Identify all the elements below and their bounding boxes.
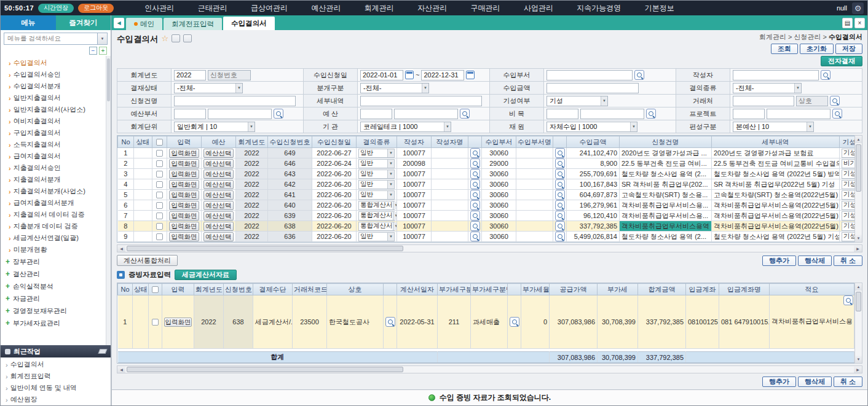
- form-input[interactable]: 상호: [796, 96, 828, 106]
- grid-row[interactable]: 1입력화면2022638세금계산서/...23500한국철도공사2022-05-…: [118, 295, 854, 349]
- row-budget_btn[interactable]: 예산선택: [203, 159, 234, 168]
- form-select[interactable]: 일반회계 | 10▼: [174, 122, 255, 132]
- search-icon[interactable]: [510, 317, 519, 327]
- evidence-grid-vscrollbar[interactable]: ▲ ▼: [854, 283, 862, 364]
- scrollbar-thumb[interactable]: [856, 292, 861, 311]
- row-delete-button[interactable]: 행삭제: [798, 377, 832, 387]
- search-icon[interactable]: [555, 179, 565, 189]
- row-decision_type-select[interactable]: 통합계산서▼: [358, 211, 395, 221]
- sidebar-item[interactable]: ›지출분개 데이터 검증: [1, 221, 111, 232]
- form-input[interactable]: [360, 96, 482, 106]
- row-done-select[interactable]: 기성▼: [842, 190, 854, 200]
- form-input[interactable]: [174, 109, 206, 119]
- favorite-star-icon[interactable]: ☆: [162, 34, 169, 43]
- topbar-menu-item[interactable]: 자산관리: [417, 3, 447, 14]
- income-grid-hscrollbar[interactable]: ◀ ▶: [117, 244, 862, 252]
- row-input_btn[interactable]: 입력화면: [169, 211, 199, 221]
- sidebar-folder[interactable]: +자금관리: [1, 292, 111, 305]
- row-done-select[interactable]: 기성▼: [842, 222, 854, 231]
- sidebar-item[interactable]: ›일반지출결의서(사업소): [1, 104, 111, 115]
- search-icon[interactable]: [555, 211, 565, 221]
- form-select[interactable]: -전체-▼: [733, 83, 802, 93]
- search-icon[interactable]: [843, 295, 853, 305]
- scroll-right-icon[interactable]: ▶: [854, 366, 862, 373]
- scroll-up-icon[interactable]: ▲: [855, 136, 862, 143]
- doc-tab[interactable]: 수입결의서: [223, 17, 275, 30]
- row-done-select[interactable]: 기성▼: [842, 211, 854, 221]
- sidebar-folder[interactable]: +부가세자료관리: [1, 317, 111, 329]
- topbar-menu-item[interactable]: 급상여관리: [251, 3, 288, 14]
- row-done-select[interactable]: 기성▼: [842, 201, 854, 210]
- logout-button[interactable]: 로그아웃: [78, 4, 114, 13]
- extend-time-button[interactable]: 시간연장: [38, 4, 74, 13]
- scroll-up-icon[interactable]: ▲: [855, 283, 862, 291]
- search-icon[interactable]: [646, 109, 656, 119]
- topbar-menu-item[interactable]: 예산관리: [311, 3, 341, 14]
- sidebar-item[interactable]: ›급여지출결의서: [1, 150, 111, 162]
- form-input[interactable]: [394, 109, 458, 119]
- search-icon[interactable]: [832, 109, 842, 119]
- search-icon[interactable]: [460, 109, 470, 119]
- grid-row[interactable]: 6입력화면예산선택20226402022-06-20통합계산서▼10007730…: [118, 200, 855, 211]
- sidebar-item[interactable]: ›지출결의서분개: [1, 174, 111, 185]
- form-input[interactable]: [546, 70, 633, 80]
- sidebar-item[interactable]: ›미분개현황: [1, 244, 111, 256]
- search-icon[interactable]: [470, 179, 480, 189]
- form-input[interactable]: [580, 109, 644, 119]
- form-input[interactable]: 2022-12-31: [421, 70, 464, 80]
- chevron-down-icon[interactable]: ▼: [97, 33, 107, 44]
- cancel-button[interactable]: 취 소: [834, 256, 862, 266]
- scrollbar-thumb[interactable]: [856, 144, 861, 192]
- scroll-down-icon[interactable]: ▼: [855, 235, 862, 242]
- sidebar-item[interactable]: ›지출결의서 데이터 검증: [1, 209, 111, 221]
- form-input[interactable]: [733, 109, 765, 119]
- sidebar-item[interactable]: ›소득지출결의서: [1, 139, 111, 150]
- new-window-icon[interactable]: [183, 34, 192, 42]
- row-input_btn[interactable]: 입력화면: [169, 222, 199, 231]
- row-done-select[interactable]: 기성▼: [842, 180, 854, 189]
- topbar-menu-item[interactable]: 회계관리: [365, 3, 394, 14]
- calendar-icon[interactable]: [466, 71, 475, 79]
- row-input_btn[interactable]: 입력화면: [164, 318, 192, 327]
- row-decision_type-select[interactable]: 통합계산서▼: [358, 201, 395, 210]
- row-done-select[interactable]: 기성▼: [842, 170, 854, 179]
- row-checkbox[interactable]: [156, 160, 163, 167]
- row-input_btn[interactable]: 입력화면: [169, 180, 199, 189]
- form-select[interactable]: -전체-▼: [174, 83, 243, 93]
- row-checkbox[interactable]: [156, 150, 163, 157]
- search-icon[interactable]: [555, 169, 565, 179]
- select-all-checkbox[interactable]: [152, 286, 159, 293]
- search-icon[interactable]: [821, 70, 831, 80]
- row-done-select[interactable]: 기성▼: [842, 232, 854, 241]
- clear-recent-icon[interactable]: [98, 349, 108, 354]
- form-input[interactable]: [733, 96, 794, 106]
- search-icon[interactable]: [470, 158, 480, 168]
- form-input[interactable]: [208, 109, 272, 119]
- sidebar-item[interactable]: ›여비지출결의서: [1, 115, 111, 127]
- topbar-menu-item[interactable]: 인사관리: [144, 3, 174, 14]
- row-budget_btn[interactable]: 예산선택: [203, 211, 234, 221]
- row-input_btn[interactable]: 입력화면: [169, 159, 199, 168]
- scroll-left-icon[interactable]: ◀: [117, 366, 125, 373]
- doc-tab[interactable]: 회계전표입력: [164, 18, 222, 30]
- form-select[interactable]: 코레일테크 | 1000▼: [360, 122, 451, 132]
- close-icon[interactable]: ×: [854, 18, 865, 28]
- row-budget_btn[interactable]: 예산선택: [203, 222, 234, 231]
- recent-item[interactable]: ›예산원장: [1, 394, 111, 405]
- row-decision_type-select[interactable]: 일반▼: [358, 190, 395, 200]
- search-icon[interactable]: [555, 232, 565, 241]
- form-select[interactable]: 기성▼: [546, 96, 608, 106]
- search-icon[interactable]: [470, 221, 480, 231]
- row-decision_type-select[interactable]: 일반▼: [358, 170, 395, 179]
- search-icon[interactable]: [470, 232, 480, 241]
- row-decision_type-select[interactable]: 일반▼: [358, 180, 395, 189]
- search-icon[interactable]: [555, 148, 565, 158]
- expand-all-icon[interactable]: +: [99, 47, 107, 55]
- scroll-left-icon[interactable]: ◀: [117, 245, 125, 252]
- form-input[interactable]: [360, 109, 392, 119]
- scrollbar-thumb[interactable]: [127, 246, 403, 251]
- row-decision_type-select[interactable]: 일반▼: [358, 232, 395, 241]
- sidebar-item[interactable]: ›세금계산서연결(일괄): [1, 232, 111, 244]
- row-budget_btn[interactable]: 예산선택: [203, 201, 234, 210]
- row-checkbox[interactable]: [152, 319, 159, 326]
